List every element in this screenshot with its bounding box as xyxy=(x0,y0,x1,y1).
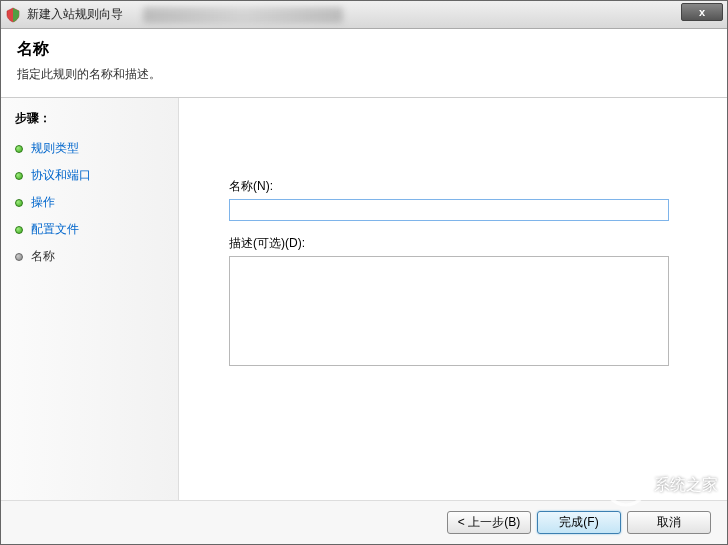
steps-heading: 步骤： xyxy=(1,106,178,135)
desc-label: 描述(可选)(D): xyxy=(229,235,697,252)
sidebar-item-name[interactable]: 名称 xyxy=(1,243,178,270)
wizard-header: 名称 指定此规则的名称和描述。 xyxy=(1,29,727,98)
sidebar-item-label: 操作 xyxy=(31,194,55,211)
desc-textarea[interactable] xyxy=(229,256,669,366)
bullet-icon xyxy=(15,145,23,153)
sidebar-item-protocol-ports[interactable]: 协议和端口 xyxy=(1,162,178,189)
name-input[interactable] xyxy=(229,199,669,221)
bullet-icon xyxy=(15,226,23,234)
titlebar: 新建入站规则向导 x xyxy=(1,1,727,29)
steps-sidebar: 步骤： 规则类型 协议和端口 操作 配置文件 名称 xyxy=(1,98,179,500)
bullet-icon xyxy=(15,253,23,261)
sidebar-item-rule-type[interactable]: 规则类型 xyxy=(1,135,178,162)
name-field-group: 名称(N): xyxy=(229,178,697,221)
bullet-icon xyxy=(15,172,23,180)
page-title: 名称 xyxy=(17,39,711,60)
app-icon xyxy=(5,7,21,23)
finish-button[interactable]: 完成(F) xyxy=(537,511,621,534)
page-subtitle: 指定此规则的名称和描述。 xyxy=(17,66,711,83)
sidebar-item-label: 配置文件 xyxy=(31,221,79,238)
close-button[interactable]: x xyxy=(681,3,723,21)
main-panel: 名称(N): 描述(可选)(D): xyxy=(179,98,727,500)
sidebar-item-action[interactable]: 操作 xyxy=(1,189,178,216)
name-label: 名称(N): xyxy=(229,178,697,195)
desc-field-group: 描述(可选)(D): xyxy=(229,235,697,369)
back-button[interactable]: < 上一步(B) xyxy=(447,511,531,534)
titlebar-blur xyxy=(143,7,343,23)
wizard-footer: < 上一步(B) 完成(F) 取消 xyxy=(1,500,727,544)
bullet-icon xyxy=(15,199,23,207)
sidebar-item-profile[interactable]: 配置文件 xyxy=(1,216,178,243)
sidebar-item-label: 协议和端口 xyxy=(31,167,91,184)
cancel-button[interactable]: 取消 xyxy=(627,511,711,534)
wizard-body: 步骤： 规则类型 协议和端口 操作 配置文件 名称 xyxy=(1,98,727,500)
sidebar-item-label: 名称 xyxy=(31,248,55,265)
wizard-window: 新建入站规则向导 x 名称 指定此规则的名称和描述。 步骤： 规则类型 协议和端… xyxy=(0,0,728,545)
sidebar-item-label: 规则类型 xyxy=(31,140,79,157)
close-icon: x xyxy=(699,6,705,18)
window-title: 新建入站规则向导 xyxy=(27,6,123,23)
